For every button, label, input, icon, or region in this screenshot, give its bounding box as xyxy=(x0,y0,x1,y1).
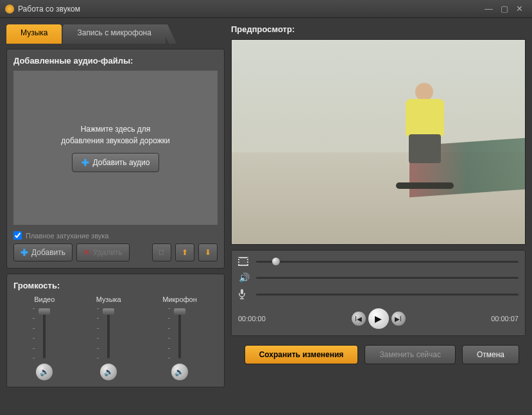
drop-area[interactable]: Нажмите здесь для добавления звуковой до… xyxy=(13,71,218,225)
clear-icon: 🗋 xyxy=(158,248,166,257)
svg-rect-3 xyxy=(238,260,239,261)
time-current: 00:00:00 xyxy=(238,315,266,322)
volume-video-slider[interactable] xyxy=(37,308,52,358)
plus-icon: ✚ xyxy=(21,247,28,258)
preview-header: Предпросмотр: xyxy=(231,24,526,34)
delete-icon: ✖ xyxy=(83,248,90,257)
speaker-icon: 🔊 xyxy=(175,367,184,376)
move-up-button[interactable]: ⬆ xyxy=(175,243,194,261)
plus-icon: ✚ xyxy=(82,157,89,168)
svg-rect-6 xyxy=(247,260,248,261)
volume-music: Музыка 🔊 xyxy=(96,296,121,380)
window-title: Работа со звуком xyxy=(18,4,481,13)
add-audio-button[interactable]: ✚ Добавить аудио xyxy=(72,153,160,172)
speaker-icon: 🔊 xyxy=(104,367,114,376)
fade-label: Плавное затухание звука xyxy=(26,232,108,240)
volume-mic-slider[interactable] xyxy=(172,308,187,358)
maximize-icon[interactable]: ▢ xyxy=(497,4,512,13)
delete-button[interactable]: ✖ Удалить xyxy=(76,243,130,261)
volume-video: Видео 🔊 xyxy=(34,296,55,380)
mic-track-slider[interactable] xyxy=(256,290,519,299)
skip-forward-icon: ▶I xyxy=(395,315,402,322)
track-controls: 🔊 00:00:00 I◀ ▶ ▶I 00:00:07 xyxy=(231,250,526,336)
volume-mic: Микрофон 🔊 xyxy=(162,296,197,380)
save-button[interactable]: Сохранить изменения xyxy=(245,345,359,364)
next-button[interactable]: ▶I xyxy=(391,312,406,326)
svg-rect-4 xyxy=(238,263,239,264)
speaker-icon: 🔊 xyxy=(238,272,250,283)
cancel-button[interactable]: Отмена xyxy=(462,345,519,364)
svg-rect-5 xyxy=(247,258,248,259)
tab-music[interactable]: Музыка xyxy=(6,24,62,44)
video-track-slider[interactable] xyxy=(256,257,519,266)
speaker-icon: 🔊 xyxy=(40,367,49,376)
added-files-panel: Добавленные аудио-файлы: Нажмите здесь д… xyxy=(6,49,225,269)
arrow-down-icon: ⬇ xyxy=(205,248,211,257)
skip-back-icon: I◀ xyxy=(355,315,362,322)
mute-mic-button[interactable]: 🔊 xyxy=(171,364,188,380)
tab-mic[interactable]: Запись с микрофона xyxy=(63,24,165,44)
video-preview xyxy=(231,39,526,245)
footer: Сохранить изменения Заменить сейчас Отме… xyxy=(231,341,526,371)
minimize-icon[interactable]: — xyxy=(481,4,497,13)
clear-button[interactable]: 🗋 xyxy=(152,243,171,261)
add-button[interactable]: ✚ Добавить xyxy=(13,243,73,261)
play-button[interactable]: ▶ xyxy=(368,308,389,329)
microphone-icon xyxy=(238,289,250,299)
svg-rect-8 xyxy=(241,289,243,294)
prev-button[interactable]: I◀ xyxy=(352,312,366,326)
film-icon xyxy=(238,257,250,266)
move-down-button[interactable]: ⬇ xyxy=(198,243,218,261)
add-audio-label: Добавить аудио xyxy=(93,158,150,167)
volume-music-slider[interactable] xyxy=(101,308,116,358)
svg-rect-1 xyxy=(239,258,247,265)
music-track-slider[interactable] xyxy=(256,273,519,282)
replace-button[interactable]: Заменить сейчас xyxy=(365,345,456,364)
time-total: 00:00:07 xyxy=(491,315,519,322)
mute-music-button[interactable]: 🔊 xyxy=(100,364,117,380)
titlebar: Работа со звуком — ▢ ✕ xyxy=(0,0,532,18)
fade-checkbox[interactable] xyxy=(13,231,22,240)
added-files-header: Добавленные аудио-файлы: xyxy=(13,56,218,66)
tabs: Музыка Запись с микрофона xyxy=(6,24,225,44)
app-icon xyxy=(5,4,14,13)
arrow-up-icon: ⬆ xyxy=(182,248,188,257)
svg-rect-7 xyxy=(247,263,248,264)
volume-panel: Громкость: Видео 🔊 Музыка 🔊 xyxy=(6,274,225,387)
mute-video-button[interactable]: 🔊 xyxy=(36,364,53,380)
play-icon: ▶ xyxy=(375,313,382,324)
drop-hint: Нажмите здесь для добавления звуковой до… xyxy=(61,123,169,146)
volume-header: Громкость: xyxy=(13,281,218,290)
svg-rect-2 xyxy=(238,258,239,259)
close-icon[interactable]: ✕ xyxy=(512,4,527,13)
